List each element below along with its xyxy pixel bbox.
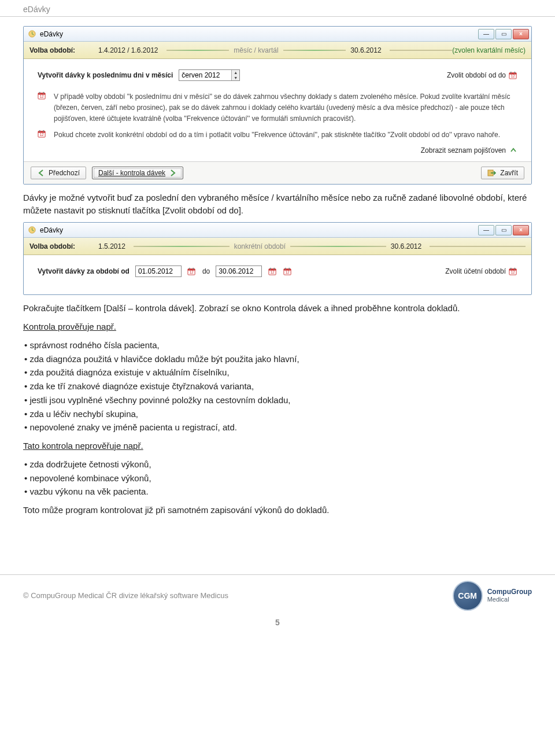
period-bar: Volba období: 1.4.2012 / 1.6.2012 měsíc … xyxy=(24,42,531,59)
arrow-right-icon xyxy=(169,169,177,177)
close-button[interactable]: × xyxy=(513,29,529,39)
minimize-button[interactable]: — xyxy=(478,29,494,39)
list-item: zda použitá diagnóza existuje v aktuální… xyxy=(24,366,532,379)
calendar-icon xyxy=(508,267,517,276)
create-label: Vytvořit dávky k poslednímu dni v měsíci xyxy=(38,71,173,79)
date-to-input[interactable] xyxy=(216,265,262,277)
cgm-badge-icon: CGM xyxy=(453,581,483,611)
close-dialog-button[interactable]: Zavřít xyxy=(481,167,524,179)
app-icon xyxy=(27,29,36,39)
footer-copyright: © CompuGroup Medical ČR divize lékařský … xyxy=(23,591,228,600)
page-header-title: eDávky xyxy=(23,5,50,14)
list-item: zda u léčiv nechybí skupina, xyxy=(24,408,532,421)
doc-paragraph-2: Pokračujte tlačítkem [Další – kontrola d… xyxy=(23,302,532,315)
period-to: 30.6.2012 xyxy=(350,46,381,54)
calendar-icon xyxy=(38,130,48,142)
month-input[interactable] xyxy=(179,70,231,80)
maximize-button[interactable]: ▭ xyxy=(495,225,512,235)
period-from: 1.5.2012 xyxy=(98,242,125,250)
button-bar: Předchozí Další - kontrola dávek Zavřít xyxy=(24,161,531,184)
cgm-logo: CGM CompuGroupMedical xyxy=(453,581,532,611)
maximize-button[interactable]: ▭ xyxy=(495,29,512,39)
page-footer: © CompuGroup Medical ČR divize lékařský … xyxy=(0,574,555,615)
window-title: eDávky xyxy=(40,30,63,38)
list-item: zda dodržujete četnosti výkonů, xyxy=(24,458,532,471)
spin-down[interactable]: ▼ xyxy=(232,75,239,80)
list-item: jestli jsou vyplněné všechny povinné pol… xyxy=(24,394,532,407)
close-button[interactable]: × xyxy=(513,225,529,235)
list-item: zda diagnóza použitá v hlavičce dokladu … xyxy=(24,353,532,366)
period-to: 30.6.2012 xyxy=(391,242,421,250)
info-paragraph-1: V případě volby období ''k poslednímu dn… xyxy=(38,91,517,125)
period-bar: Volba období: 1.5.2012 konkrétní období … xyxy=(24,238,531,255)
window-title: eDávky xyxy=(40,226,63,234)
list-item: nepovolené kombinace výkonů, xyxy=(24,472,532,485)
calendar-icon xyxy=(38,91,48,125)
titlebar: eDávky — ▭ × xyxy=(24,223,531,238)
list2-heading: Tato kontrola neprověřuje např. xyxy=(23,440,532,452)
list-item: správnost rodného čísla pacienta, xyxy=(24,339,532,352)
calendar-icon[interactable] xyxy=(187,267,197,276)
prev-button[interactable]: Předchozí xyxy=(31,167,86,179)
titlebar: eDávky — ▭ × xyxy=(24,27,531,42)
app-icon xyxy=(27,226,36,235)
edavky-window-2: eDávky — ▭ × Volba období: 1.5.2012 konk… xyxy=(23,222,532,295)
spin-up[interactable]: ▲ xyxy=(232,70,239,75)
calendar-icon[interactable] xyxy=(268,267,277,276)
chevron-up-icon xyxy=(509,146,517,154)
period-type: měsíc / kvartál xyxy=(234,46,278,54)
list-item: zda ke tří znakové diagnóze existuje čty… xyxy=(24,380,532,393)
edavky-window-1: eDávky — ▭ × Volba období: 1.4.2012 / 1.… xyxy=(23,26,532,185)
exit-icon xyxy=(487,169,497,177)
create-range-label: Vytvořit dávky za období od xyxy=(38,267,130,275)
period-type: konkrétní období xyxy=(234,242,286,250)
show-insurers-link[interactable]: Zobrazit seznam pojišťoven xyxy=(38,146,517,154)
page-header: eDávky xyxy=(0,0,555,17)
calendar-icon xyxy=(508,71,517,80)
list-item: vazbu výkonu na věk pacienta. xyxy=(24,485,532,498)
info-paragraph-2: Pokud chcete zvolit konkrétní období od … xyxy=(38,130,517,142)
choose-range-link[interactable]: Zvolit období od do xyxy=(447,71,517,80)
choose-accounting-period-link[interactable]: Zvolit účetní období xyxy=(445,267,517,276)
cgm-logo-text: CompuGroupMedical xyxy=(487,588,532,603)
period-bar-label: Volba období: xyxy=(29,242,75,250)
month-spinner[interactable]: ▲▼ xyxy=(179,69,240,81)
period-bar-label: Volba období: xyxy=(29,46,75,54)
minimize-button[interactable]: — xyxy=(478,225,494,235)
date-to-label: do xyxy=(202,267,210,275)
check-list-2: zda dodržujete četnosti výkonů,nepovolen… xyxy=(23,458,532,498)
calendar-icon[interactable] xyxy=(283,267,292,276)
period-from: 1.4.2012 / 1.6.2012 xyxy=(98,46,158,54)
date-from-input[interactable] xyxy=(135,265,182,277)
next-button[interactable]: Další - kontrola dávek xyxy=(92,167,183,179)
list-item: nepovolené znaky ve jméně pacienta u reg… xyxy=(24,421,532,434)
check-list-1: správnost rodného čísla pacienta,zda dia… xyxy=(23,339,532,434)
doc-paragraph-1: Dávky je možné vytvořit buď za poslední … xyxy=(23,191,532,217)
arrow-left-icon xyxy=(37,169,45,177)
doc-paragraph-3: Toto může program kontrolovat již při sa… xyxy=(23,504,532,517)
list1-heading: Kontrola prověřuje např. xyxy=(23,320,532,333)
page-number: 5 xyxy=(0,618,555,627)
period-note: (zvolen kvartální měsíc) xyxy=(452,46,526,54)
